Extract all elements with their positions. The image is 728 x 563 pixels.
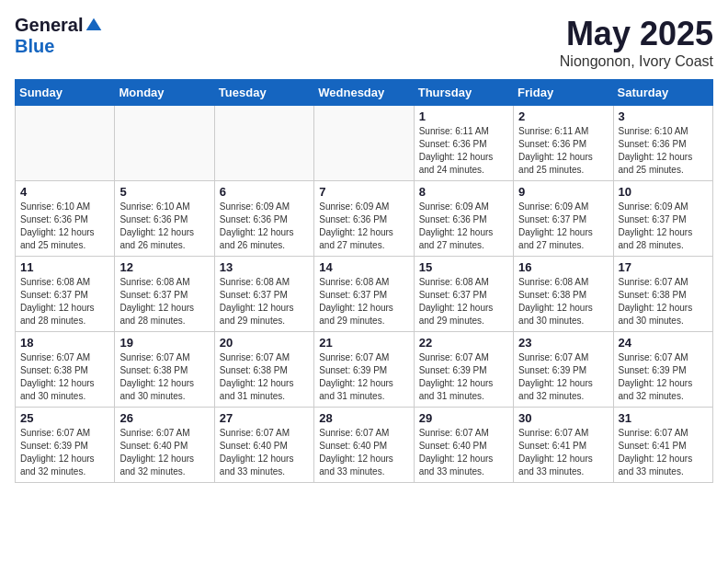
title-block: May 2025 Niongonon, Ivory Coast (560, 15, 713, 70)
day-cell: 30Sunrise: 6:07 AM Sunset: 6:41 PM Dayli… (514, 408, 613, 483)
day-detail: Sunrise: 6:07 AM Sunset: 6:39 PM Dayligh… (518, 351, 608, 403)
day-cell (16, 106, 115, 181)
day-number: 17 (619, 260, 708, 274)
day-detail: Sunrise: 6:07 AM Sunset: 6:38 PM Dayligh… (619, 276, 708, 327)
day-cell: 16Sunrise: 6:08 AM Sunset: 6:38 PM Dayli… (514, 257, 613, 332)
day-cell: 18Sunrise: 6:07 AM Sunset: 6:38 PM Dayli… (16, 332, 115, 408)
day-number: 22 (419, 336, 508, 350)
day-number: 2 (518, 109, 608, 123)
day-cell: 2Sunrise: 6:11 AM Sunset: 6:36 PM Daylig… (514, 106, 613, 181)
calendar-header-saturday: Saturday (613, 80, 712, 106)
logo-blue: Blue (15, 36, 54, 57)
day-detail: Sunrise: 6:07 AM Sunset: 6:39 PM Dayligh… (419, 351, 508, 403)
day-number: 31 (619, 411, 708, 425)
day-number: 13 (220, 260, 309, 274)
day-cell: 4Sunrise: 6:10 AM Sunset: 6:36 PM Daylig… (16, 181, 115, 257)
logo: General Blue (15, 15, 103, 57)
day-detail: Sunrise: 6:08 AM Sunset: 6:37 PM Dayligh… (220, 276, 309, 327)
logo-general: General (15, 15, 83, 36)
day-cell: 29Sunrise: 6:07 AM Sunset: 6:40 PM Dayli… (414, 408, 513, 483)
subtitle: Niongonon, Ivory Coast (560, 53, 713, 70)
week-row-1: 1Sunrise: 6:11 AM Sunset: 6:36 PM Daylig… (16, 106, 713, 181)
logo-icon (85, 17, 103, 35)
day-cell: 11Sunrise: 6:08 AM Sunset: 6:37 PM Dayli… (16, 257, 115, 332)
day-detail: Sunrise: 6:08 AM Sunset: 6:37 PM Dayligh… (319, 276, 408, 327)
calendar-header-tuesday: Tuesday (214, 80, 313, 106)
day-number: 9 (518, 185, 608, 199)
day-detail: Sunrise: 6:07 AM Sunset: 6:41 PM Dayligh… (518, 427, 608, 478)
day-detail: Sunrise: 6:07 AM Sunset: 6:39 PM Dayligh… (319, 351, 408, 403)
day-number: 8 (419, 185, 508, 199)
day-number: 7 (319, 185, 408, 199)
day-cell (115, 106, 214, 181)
day-number: 21 (319, 336, 408, 350)
day-cell: 7Sunrise: 6:09 AM Sunset: 6:36 PM Daylig… (314, 181, 414, 257)
day-detail: Sunrise: 6:07 AM Sunset: 6:39 PM Dayligh… (20, 427, 109, 478)
day-cell: 9Sunrise: 6:09 AM Sunset: 6:37 PM Daylig… (514, 181, 613, 257)
day-number: 29 (419, 411, 508, 425)
day-number: 3 (619, 109, 708, 123)
day-detail: Sunrise: 6:07 AM Sunset: 6:41 PM Dayligh… (619, 427, 708, 478)
day-cell: 28Sunrise: 6:07 AM Sunset: 6:40 PM Dayli… (314, 408, 414, 483)
day-detail: Sunrise: 6:07 AM Sunset: 6:40 PM Dayligh… (419, 427, 508, 478)
week-row-5: 25Sunrise: 6:07 AM Sunset: 6:39 PM Dayli… (16, 408, 713, 483)
calendar-body: 1Sunrise: 6:11 AM Sunset: 6:36 PM Daylig… (16, 106, 713, 483)
day-detail: Sunrise: 6:10 AM Sunset: 6:36 PM Dayligh… (119, 201, 209, 252)
day-number: 10 (619, 185, 708, 199)
svg-marker-0 (86, 17, 102, 29)
calendar-header-monday: Monday (115, 80, 214, 106)
week-row-3: 11Sunrise: 6:08 AM Sunset: 6:37 PM Dayli… (16, 257, 713, 332)
day-number: 12 (119, 260, 209, 274)
day-cell: 23Sunrise: 6:07 AM Sunset: 6:39 PM Dayli… (514, 332, 613, 408)
day-number: 24 (619, 336, 708, 350)
day-detail: Sunrise: 6:11 AM Sunset: 6:36 PM Dayligh… (518, 125, 608, 177)
day-number: 26 (119, 411, 209, 425)
week-row-2: 4Sunrise: 6:10 AM Sunset: 6:36 PM Daylig… (16, 181, 713, 257)
day-cell: 12Sunrise: 6:08 AM Sunset: 6:37 PM Dayli… (115, 257, 214, 332)
day-number: 1 (419, 109, 508, 123)
day-detail: Sunrise: 6:09 AM Sunset: 6:36 PM Dayligh… (419, 201, 508, 252)
day-cell: 13Sunrise: 6:08 AM Sunset: 6:37 PM Dayli… (214, 257, 313, 332)
day-number: 11 (20, 260, 109, 274)
day-cell: 27Sunrise: 6:07 AM Sunset: 6:40 PM Dayli… (214, 408, 313, 483)
day-cell: 31Sunrise: 6:07 AM Sunset: 6:41 PM Dayli… (613, 408, 712, 483)
day-detail: Sunrise: 6:07 AM Sunset: 6:40 PM Dayligh… (119, 427, 209, 478)
day-detail: Sunrise: 6:09 AM Sunset: 6:36 PM Dayligh… (220, 201, 309, 252)
day-detail: Sunrise: 6:07 AM Sunset: 6:38 PM Dayligh… (20, 351, 109, 403)
week-row-4: 18Sunrise: 6:07 AM Sunset: 6:38 PM Dayli… (16, 332, 713, 408)
day-detail: Sunrise: 6:07 AM Sunset: 6:40 PM Dayligh… (319, 427, 408, 478)
day-cell: 20Sunrise: 6:07 AM Sunset: 6:38 PM Dayli… (214, 332, 313, 408)
day-number: 5 (119, 185, 209, 199)
day-number: 20 (220, 336, 309, 350)
day-detail: Sunrise: 6:08 AM Sunset: 6:38 PM Dayligh… (518, 276, 608, 327)
day-number: 4 (20, 185, 109, 199)
day-cell: 5Sunrise: 6:10 AM Sunset: 6:36 PM Daylig… (115, 181, 214, 257)
day-detail: Sunrise: 6:08 AM Sunset: 6:37 PM Dayligh… (119, 276, 209, 327)
day-cell: 14Sunrise: 6:08 AM Sunset: 6:37 PM Dayli… (314, 257, 414, 332)
day-detail: Sunrise: 6:10 AM Sunset: 6:36 PM Dayligh… (619, 125, 708, 177)
day-cell: 17Sunrise: 6:07 AM Sunset: 6:38 PM Dayli… (613, 257, 712, 332)
day-number: 18 (20, 336, 109, 350)
day-number: 15 (419, 260, 508, 274)
day-detail: Sunrise: 6:09 AM Sunset: 6:36 PM Dayligh… (319, 201, 408, 252)
day-detail: Sunrise: 6:08 AM Sunset: 6:37 PM Dayligh… (419, 276, 508, 327)
day-cell: 1Sunrise: 6:11 AM Sunset: 6:36 PM Daylig… (414, 106, 513, 181)
day-cell: 19Sunrise: 6:07 AM Sunset: 6:38 PM Dayli… (115, 332, 214, 408)
day-detail: Sunrise: 6:07 AM Sunset: 6:38 PM Dayligh… (119, 351, 209, 403)
main-title: May 2025 (560, 15, 713, 53)
header: General Blue May 2025 Niongonon, Ivory C… (15, 15, 713, 70)
day-number: 19 (119, 336, 209, 350)
calendar-header-sunday: Sunday (16, 80, 115, 106)
calendar-header-row: SundayMondayTuesdayWednesdayThursdayFrid… (16, 80, 713, 106)
day-cell: 10Sunrise: 6:09 AM Sunset: 6:37 PM Dayli… (613, 181, 712, 257)
day-number: 23 (518, 336, 608, 350)
day-detail: Sunrise: 6:07 AM Sunset: 6:38 PM Dayligh… (220, 351, 309, 403)
day-cell: 25Sunrise: 6:07 AM Sunset: 6:39 PM Dayli… (16, 408, 115, 483)
day-number: 30 (518, 411, 608, 425)
day-number: 16 (518, 260, 608, 274)
day-detail: Sunrise: 6:09 AM Sunset: 6:37 PM Dayligh… (518, 201, 608, 252)
day-number: 6 (220, 185, 309, 199)
day-cell: 24Sunrise: 6:07 AM Sunset: 6:39 PM Dayli… (613, 332, 712, 408)
day-detail: Sunrise: 6:07 AM Sunset: 6:40 PM Dayligh… (220, 427, 309, 478)
day-cell: 26Sunrise: 6:07 AM Sunset: 6:40 PM Dayli… (115, 408, 214, 483)
